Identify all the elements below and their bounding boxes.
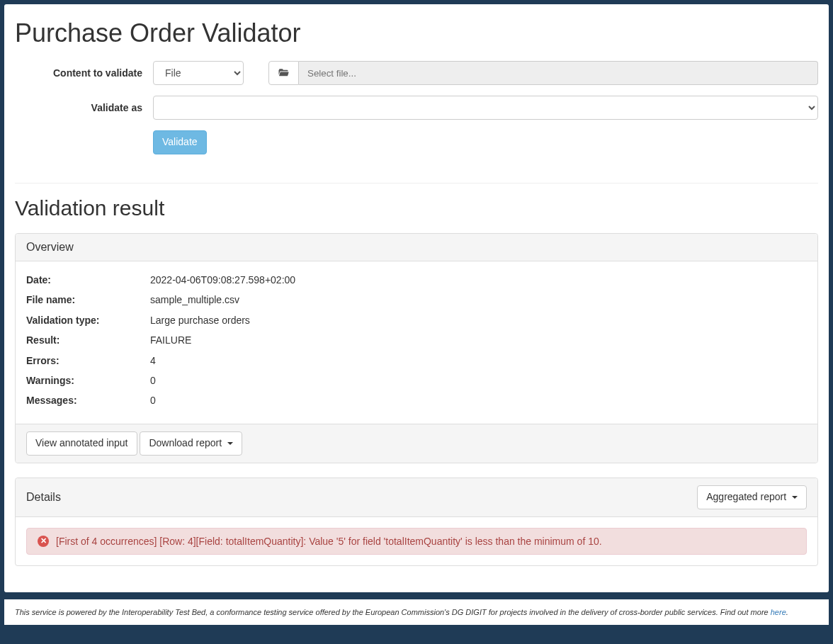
details-heading: Details [26, 491, 61, 504]
footer: This service is powered by the Interoper… [4, 599, 829, 625]
content-type-select[interactable]: File [153, 61, 244, 85]
filename-value: sample_multiple.csv [150, 292, 807, 307]
footer-link[interactable]: here [771, 608, 786, 616]
file-path-input[interactable] [299, 61, 818, 85]
validate-button[interactable]: Validate [153, 130, 207, 154]
open-file-button[interactable] [268, 61, 299, 85]
errors-label: Errors: [26, 353, 150, 368]
error-message: [First of 4 occurrences] [Row: 4][Field:… [56, 536, 602, 547]
date-value: 2022-04-06T09:08:27.598+02:00 [150, 272, 807, 288]
error-circle-icon: ✕ [38, 536, 49, 547]
validation-type-value: Large purchase orders [150, 312, 807, 328]
warnings-label: Warnings: [26, 373, 150, 388]
result-label: Result: [26, 332, 150, 348]
errors-value: 4 [150, 353, 807, 368]
messages-label: Messages: [26, 392, 150, 408]
caret-down-icon [227, 442, 233, 445]
result-value: FAILURE [150, 332, 807, 348]
error-row[interactable]: ✕ [First of 4 occurrences] [Row: 4][Fiel… [26, 528, 807, 555]
view-annotated-input-button[interactable]: View annotated input [26, 431, 137, 456]
messages-value: 0 [150, 392, 807, 408]
details-panel: Details Aggregated report ✕ [First of 4 … [15, 478, 818, 566]
content-to-validate-label: Content to validate [15, 67, 153, 79]
validate-as-label: Validate as [15, 102, 153, 113]
warnings-value: 0 [150, 373, 807, 388]
folder-open-icon [278, 68, 289, 79]
overview-heading: Overview [16, 234, 817, 261]
validate-as-select[interactable] [153, 96, 818, 120]
page-title: Purchase Order Validator [15, 4, 818, 61]
aggregated-report-button[interactable]: Aggregated report [697, 485, 807, 509]
caret-down-icon [792, 496, 798, 499]
result-heading: Validation result [15, 196, 818, 220]
divider [15, 183, 818, 183]
filename-label: File name: [26, 292, 150, 307]
download-report-button[interactable]: Download report [140, 431, 242, 456]
validation-type-label: Validation type: [26, 312, 150, 328]
date-label: Date: [26, 272, 150, 288]
overview-panel: Overview Date:2022-04-06T09:08:27.598+02… [15, 233, 818, 463]
